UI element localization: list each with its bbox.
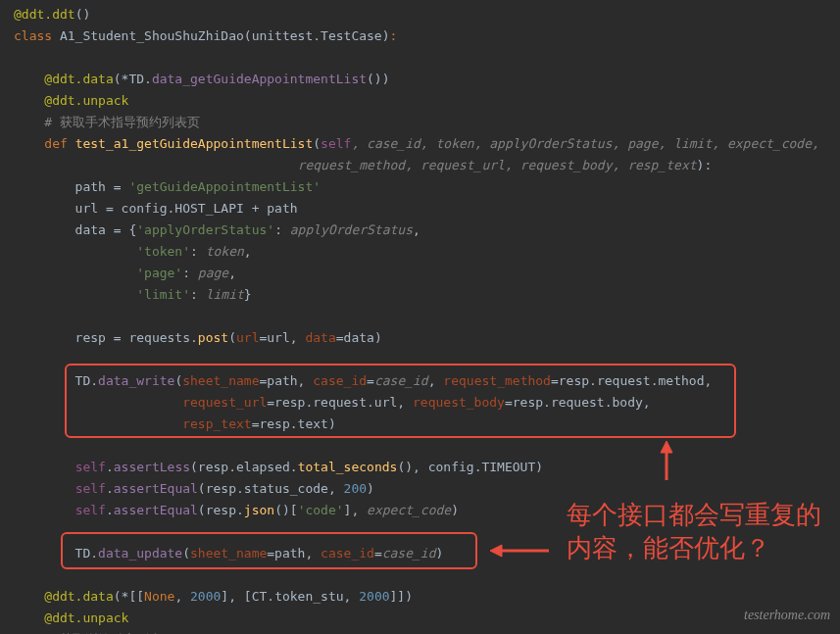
code-line: path = 'getGuideAppointmentList' xyxy=(14,176,840,198)
code-line: self.assertLess(resp.elapsed.total_secon… xyxy=(14,457,840,478)
code-line xyxy=(14,47,840,69)
code-line xyxy=(14,435,840,457)
code-line: data = {'applyOrderStatus': applyOrderSt… xyxy=(14,219,840,241)
code-line: @ddt.data(*[[None, 2000], [CT.token_stu,… xyxy=(14,586,840,608)
code-line: @ddt.ddt() xyxy=(14,4,840,25)
code-line: TD.data_write(sheet_name=path, case_id=c… xyxy=(14,370,840,392)
code-line: def test_a1_getGuideAppointmentList(self… xyxy=(14,133,840,155)
annotation-text: 每个接口都会写重复的内容，能否优化？ xyxy=(567,498,821,564)
code-line: 'page': page, xyxy=(14,263,840,284)
code-line: 'limit': limit} xyxy=(14,284,840,306)
code-line: class A1_Student_ShouShuZhiDao(unittest.… xyxy=(14,25,840,47)
code-line xyxy=(14,306,840,327)
code-line: # 获取训练科室列表 xyxy=(14,629,840,634)
code-line: @ddt.unpack xyxy=(14,90,840,112)
code-line: request_method, request_url, request_bod… xyxy=(14,155,840,176)
watermark: testerhome.com xyxy=(744,605,830,626)
code-line: self.assertEqual(resp.status_code, 200) xyxy=(14,478,840,500)
code-line: request_url=resp.request.url, request_bo… xyxy=(14,392,840,414)
code-line: # 获取手术指导预约列表页 xyxy=(14,112,840,133)
code-line: url = config.HOST_LAPI + path xyxy=(14,198,840,219)
code-line: @ddt.data(*TD.data_getGuideAppointmentLi… xyxy=(14,69,840,90)
code-line xyxy=(14,349,840,370)
code-line: @ddt.unpack xyxy=(14,608,840,629)
code-line xyxy=(14,564,840,586)
svg-marker-3 xyxy=(490,545,502,557)
code-line: 'token': token, xyxy=(14,241,840,263)
svg-marker-1 xyxy=(661,441,672,453)
code-line: resp_text=resp.text) xyxy=(14,414,840,435)
arrow-up-icon xyxy=(657,441,676,480)
arrow-left-icon xyxy=(490,541,549,561)
code-line: resp = requests.post(url=url, data=data) xyxy=(14,327,840,349)
